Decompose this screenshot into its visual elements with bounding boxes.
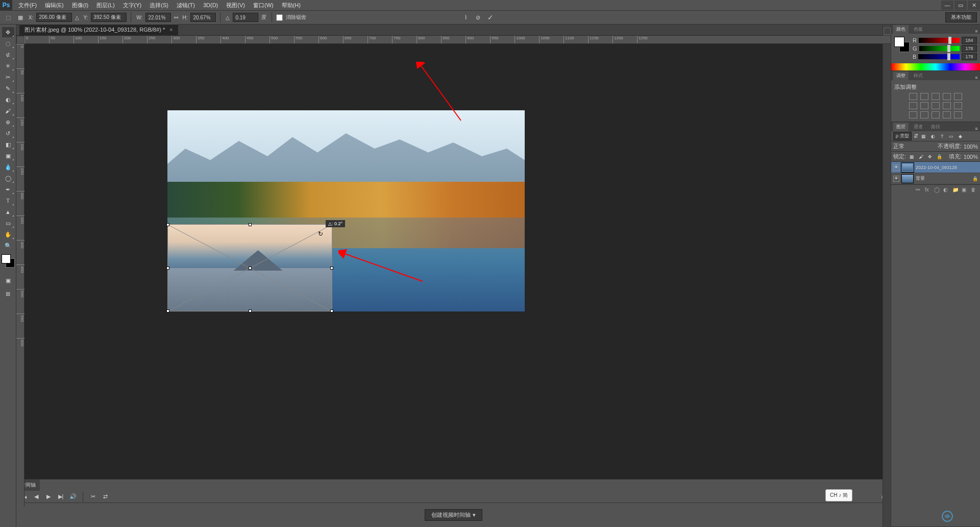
color-swatches[interactable]	[2, 254, 15, 268]
fill-input[interactable]: 100%	[964, 154, 978, 160]
menu-layer[interactable]: 图层(L)	[92, 0, 118, 10]
screen-mode-icon[interactable]: ⊞	[2, 289, 14, 299]
gradient-tool[interactable]: ▣	[2, 151, 14, 161]
adj-vibrance-icon[interactable]	[954, 93, 962, 100]
panel-menu-icon[interactable]: ≡	[973, 126, 980, 131]
g-value[interactable]: 178	[962, 45, 977, 52]
visibility-toggle-icon[interactable]: 👁	[893, 164, 899, 171]
transform-handle-br[interactable]	[330, 309, 333, 313]
timeline-next-icon[interactable]: ▶|	[56, 492, 65, 501]
quick-mask-icon[interactable]: ▣	[2, 275, 14, 285]
close-button[interactable]: ✕	[968, 1, 980, 10]
menu-view[interactable]: 视图(V)	[222, 0, 249, 10]
adj-curves-icon[interactable]	[932, 93, 940, 100]
menu-window[interactable]: 窗口(W)	[249, 0, 278, 10]
transform-handle-tc[interactable]	[249, 223, 252, 226]
link-wh-icon[interactable]: ⚯	[173, 15, 179, 20]
filter-smart-icon[interactable]: ◆	[957, 134, 964, 139]
transform-handle-tl[interactable]	[166, 223, 169, 226]
lock-paint-icon[interactable]: 🖌	[917, 154, 924, 159]
menu-file[interactable]: 文件(F)	[14, 0, 41, 10]
filter-type-icon[interactable]: T	[939, 134, 946, 139]
transform-bounding-box[interactable]	[167, 224, 332, 312]
adj-selective-icon[interactable]	[954, 111, 962, 118]
ruler-vertical[interactable]: 050100150200250300350400450500550600	[16, 44, 24, 507]
tab-styles[interactable]: 样式	[911, 71, 926, 80]
r-value[interactable]: 184	[962, 37, 977, 44]
transform-center-icon[interactable]	[249, 267, 252, 270]
layer-name[interactable]: 2022-10-04_093128	[916, 165, 957, 170]
layer-thumbnail[interactable]	[901, 163, 914, 172]
menu-3d[interactable]: 3D(D)	[199, 0, 222, 10]
adj-brightness-icon[interactable]	[909, 93, 917, 100]
layer-thumbnail[interactable]	[901, 174, 914, 183]
reference-point-icon[interactable]: ▦	[15, 12, 26, 22]
adj-channel-mixer-icon[interactable]	[943, 102, 951, 109]
g-slider[interactable]	[919, 46, 960, 51]
h-input[interactable]	[190, 13, 216, 22]
menu-image[interactable]: 图像(I)	[68, 0, 92, 10]
new-fill-icon[interactable]: ◐	[943, 187, 949, 193]
opacity-input[interactable]: 100%	[964, 143, 978, 150]
delete-layer-icon[interactable]: 🗑	[971, 187, 977, 193]
adj-levels-icon[interactable]	[920, 93, 928, 100]
menu-edit[interactable]: 编辑(E)	[41, 0, 68, 10]
timeline-split-icon[interactable]: ✂	[88, 492, 97, 501]
timeline-play-icon[interactable]: ▶	[44, 492, 53, 501]
lasso-tool[interactable]: ⊄	[2, 50, 14, 60]
y-input[interactable]	[91, 13, 127, 22]
crop-tool[interactable]: ✂	[2, 72, 14, 82]
hand-tool[interactable]: ✋	[2, 229, 14, 239]
move-tool[interactable]: ✥	[2, 27, 14, 37]
adj-exposure-icon[interactable]	[943, 93, 951, 100]
cancel-transform-icon[interactable]: ⊘	[473, 12, 483, 22]
timeline-audio-icon[interactable]: 🔊	[68, 492, 78, 501]
tab-layers[interactable]: 图层	[893, 123, 909, 131]
transform-handle-bl[interactable]	[166, 309, 169, 313]
layer-item-background[interactable]: 👁 背景 🔒	[891, 173, 980, 184]
menu-select[interactable]: 选择(S)	[145, 0, 173, 10]
document-tab[interactable]: 图片素材.jpeg @ 100% (2022-10-04_093128, RGB…	[19, 24, 178, 35]
history-panel-icon[interactable]	[884, 28, 891, 35]
adj-photo-filter-icon[interactable]	[932, 102, 940, 109]
quick-select-tool[interactable]: ✳	[2, 61, 14, 71]
adj-posterize-icon[interactable]	[920, 111, 928, 118]
lock-position-icon[interactable]: ✥	[926, 154, 934, 159]
visibility-toggle-icon[interactable]: 👁	[893, 176, 899, 182]
adj-gradient-map-icon[interactable]	[943, 111, 951, 118]
shape-tool[interactable]: ▭	[2, 218, 14, 228]
transform-handle-mr[interactable]	[330, 267, 333, 270]
create-timeline-button[interactable]: 创建视频时间轴▾	[425, 509, 482, 521]
tab-channels[interactable]: 通道	[911, 123, 926, 131]
r-slider[interactable]	[919, 38, 960, 43]
filter-pixel-icon[interactable]: ▦	[920, 134, 927, 139]
path-select-tool[interactable]: ▲	[2, 207, 14, 217]
tab-adjustments[interactable]: 调整	[893, 71, 909, 80]
new-group-icon[interactable]: 📁	[952, 187, 959, 193]
adj-lookup-icon[interactable]	[954, 102, 962, 109]
timeline-prev-icon[interactable]: ◀	[32, 492, 41, 501]
lock-transparent-icon[interactable]: ▦	[908, 154, 915, 159]
ime-indicator[interactable]: CH ♪ 简	[825, 489, 852, 501]
tab-color[interactable]: 颜色	[893, 25, 909, 34]
timeline-transition-icon[interactable]: ⇄	[101, 492, 110, 501]
zoom-tool[interactable]: 🔍	[2, 241, 14, 251]
b-slider[interactable]	[918, 54, 960, 59]
panel-menu-icon[interactable]: ≡	[973, 75, 980, 80]
adj-threshold-icon[interactable]	[932, 111, 940, 118]
layer-item-active[interactable]: 👁 2022-10-04_093128	[891, 162, 980, 173]
eraser-tool[interactable]: ◧	[2, 139, 14, 150]
transform-handle-bc[interactable]	[249, 309, 252, 313]
transform-handle-ml[interactable]	[166, 267, 169, 270]
link-xy-icon[interactable]: △	[74, 15, 80, 20]
blend-mode-select[interactable]: 正常	[893, 142, 936, 150]
tab-close-icon[interactable]: ×	[169, 27, 173, 33]
adj-hue-icon[interactable]	[909, 102, 917, 109]
minimize-button[interactable]: —	[941, 1, 953, 10]
adj-bw-icon[interactable]	[920, 102, 928, 109]
filter-shape-icon[interactable]: ▭	[948, 134, 955, 139]
x-input[interactable]	[36, 13, 72, 22]
history-brush-tool[interactable]: ↺	[2, 128, 14, 138]
marquee-tool[interactable]: ◌	[2, 38, 14, 49]
dodge-tool[interactable]: ◯	[2, 173, 14, 183]
